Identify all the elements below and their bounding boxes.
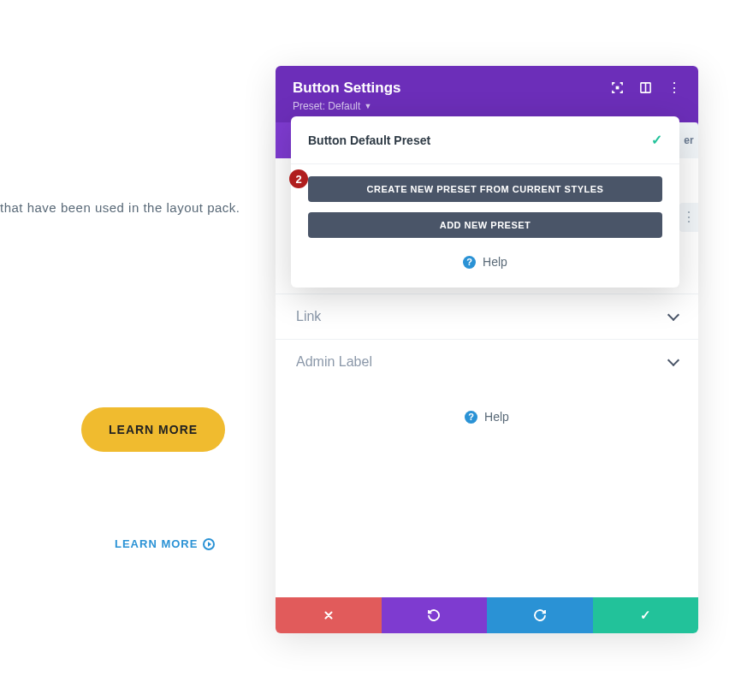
row-options-button[interactable] (679, 203, 698, 232)
tab-peek[interactable]: er (679, 122, 698, 158)
preset-label-text: Preset: Default (293, 100, 360, 112)
undo-button[interactable] (382, 597, 488, 633)
more-icon[interactable] (667, 86, 681, 90)
focus-icon[interactable] (611, 81, 624, 94)
help-link-body[interactable]: ? Help (276, 410, 698, 424)
save-button[interactable] (593, 597, 699, 633)
step-badge: 2 (289, 169, 308, 188)
caret-down-icon: ▼ (364, 102, 371, 110)
arrow-circle-icon (203, 538, 215, 550)
learn-more-button[interactable]: LEARN MORE (81, 407, 225, 452)
modal-footer (276, 597, 698, 633)
redo-button[interactable] (487, 597, 593, 633)
preset-dropdown-panel: Button Default Preset ✓ 2 CREATE NEW PRE… (291, 116, 679, 288)
cancel-button[interactable] (276, 597, 382, 633)
background-text: that have been used in the layout pack. (0, 200, 240, 215)
help-label: Help (483, 255, 507, 269)
accordion-link-label: Link (296, 309, 321, 324)
learn-more-link-label: LEARN MORE (115, 537, 198, 550)
help-label: Help (484, 410, 509, 424)
check-icon: ✓ (651, 132, 662, 148)
preset-dropdown-toggle[interactable]: Preset: Default ▼ (293, 100, 401, 112)
modal-title: Button Settings (293, 80, 401, 97)
accordion-admin-label[interactable]: Admin Label (276, 339, 698, 384)
help-link-dropdown[interactable]: ? Help (291, 255, 679, 269)
dots-icon (682, 216, 696, 219)
columns-icon[interactable] (639, 81, 652, 94)
chevron-down-icon (667, 309, 679, 321)
accordion-admin-label-text: Admin Label (296, 354, 372, 370)
accordion-link[interactable]: Link (276, 294, 698, 339)
redo-icon (533, 608, 547, 622)
preset-option-label: Button Default Preset (308, 133, 430, 147)
svg-rect-0 (616, 86, 620, 90)
check-icon (640, 608, 651, 623)
chevron-down-icon (667, 354, 679, 366)
undo-icon (427, 608, 441, 622)
learn-more-link[interactable]: LEARN MORE (115, 537, 215, 550)
close-icon (323, 609, 335, 621)
help-icon: ? (465, 411, 477, 424)
add-new-preset-button[interactable]: ADD NEW PRESET (308, 212, 662, 238)
preset-option-default[interactable]: Button Default Preset ✓ (291, 116, 679, 164)
create-preset-from-styles-button[interactable]: CREATE NEW PRESET FROM CURRENT STYLES (308, 176, 662, 202)
modal-header: Button Settings Preset: Default ▼ (276, 66, 698, 122)
help-icon: ? (463, 256, 476, 269)
